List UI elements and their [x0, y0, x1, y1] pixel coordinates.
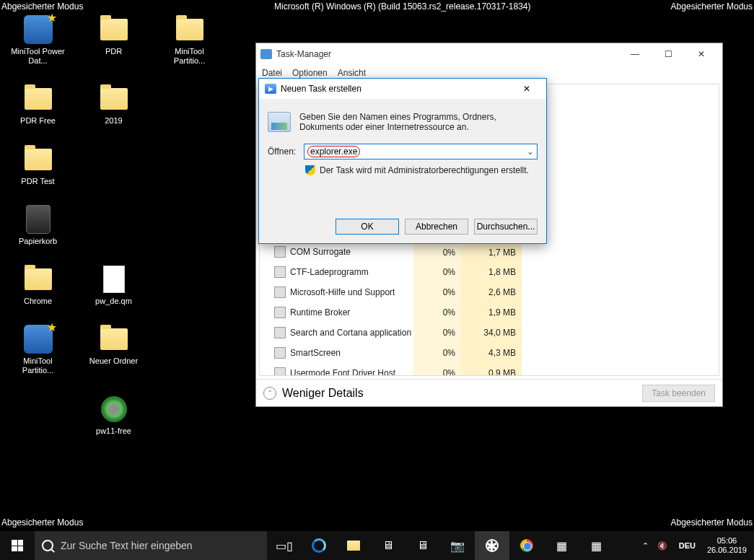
- process-cpu: 0%: [413, 302, 461, 323]
- close-icon[interactable]: ✕: [513, 79, 540, 98]
- process-name: CTF-Ladeprogramm: [290, 267, 369, 277]
- desktop-item-icon: [99, 264, 129, 294]
- desktop-icon[interactable]: Neuer Ordner: [87, 324, 141, 375]
- desktop-icon[interactable]: PDR Free: [11, 84, 65, 126]
- desktop-item-label: PDR: [105, 47, 122, 56]
- task-manager-icon: [260, 49, 272, 59]
- fewer-details-label[interactable]: Weniger Details: [282, 387, 364, 400]
- desktop-item-label: pw11-free: [96, 426, 131, 436]
- process-icon: [274, 246, 286, 258]
- desktop-icon[interactable]: 2019: [87, 84, 141, 126]
- build-label: Microsoft (R) Windows (R) (Build 15063.r…: [274, 1, 531, 12]
- task-manager-titlebar[interactable]: Task-Manager — ☐ ✕: [256, 43, 722, 65]
- run-dialog-title: Neuen Task erstellen: [281, 84, 361, 94]
- menu-file[interactable]: Datei: [262, 68, 282, 78]
- process-row[interactable]: Search and Cortana application0%34,0 MB: [260, 323, 719, 343]
- desktop-item-label: 2019: [105, 116, 122, 126]
- open-combobox[interactable]: explorer.exe ⌄: [304, 144, 538, 159]
- process-memory: 0,9 MB: [461, 363, 522, 376]
- process-cpu: 0%: [413, 242, 461, 262]
- minimize-button[interactable]: —: [618, 44, 652, 64]
- desktop-item-label: MiniTool Partitio...: [11, 356, 65, 375]
- search-placeholder: Zur Suche Text hier eingeben: [61, 540, 193, 551]
- process-row[interactable]: COM Surrogate0%1,7 MB: [260, 242, 719, 262]
- menu-view[interactable]: Ansicht: [338, 68, 366, 78]
- end-task-button[interactable]: Task beenden: [642, 385, 715, 402]
- app-icon-4[interactable]: ▦: [544, 531, 579, 560]
- desktop-item-label: Neuer Ordner: [89, 356, 138, 366]
- maximize-button[interactable]: ☐: [652, 44, 685, 64]
- tray-chevron-icon[interactable]: ⌃: [642, 541, 649, 551]
- run-dialog-titlebar[interactable]: ▶ Neuen Task erstellen ✕: [259, 79, 546, 99]
- desktop-icon[interactable]: PDR: [87, 14, 141, 66]
- desktop-icon[interactable]: MiniTool Power Dat...: [11, 14, 65, 66]
- process-cpu: 0%: [413, 363, 461, 376]
- desktop-item-icon: [99, 84, 129, 114]
- admin-note: Der Task wird mit Administratorberechtig…: [320, 165, 529, 175]
- language-indicator[interactable]: DEU: [676, 540, 698, 551]
- process-row[interactable]: Microsoft-Hilfe und Support0%2,6 MB: [260, 282, 719, 302]
- app-icon-3[interactable]: 📷: [440, 531, 475, 560]
- process-cpu: 0%: [413, 262, 461, 282]
- process-icon: [274, 266, 286, 278]
- file-explorer-icon[interactable]: [336, 531, 371, 560]
- chrome-icon[interactable]: [509, 531, 544, 560]
- process-icon: [274, 327, 286, 338]
- app-icon-2[interactable]: 🖥: [406, 531, 440, 560]
- process-name: SmartScreen: [290, 348, 341, 358]
- task-manager-title: Task-Manager: [276, 49, 331, 59]
- desktop: MiniTool Power Dat...PDRMiniTool Partiti…: [11, 14, 227, 454]
- process-name: Usermode Font Driver Host: [290, 368, 395, 376]
- ok-button[interactable]: OK: [336, 219, 399, 235]
- task-view-button[interactable]: ▭▯: [267, 531, 302, 560]
- desktop-item-label: PDR Test: [21, 177, 54, 186]
- process-name: Runtime Broker: [290, 307, 350, 318]
- menu-options[interactable]: Optionen: [292, 68, 328, 78]
- clock-date: 26.06.2019: [707, 546, 747, 555]
- desktop-icon[interactable]: pw11-free: [87, 394, 141, 436]
- process-row[interactable]: Usermode Font Driver Host0%0,9 MB: [260, 363, 719, 376]
- shield-icon: [305, 165, 315, 175]
- desktop-icon[interactable]: Papierkorb: [11, 204, 65, 246]
- start-button[interactable]: [0, 531, 35, 560]
- process-row[interactable]: CTF-Ladeprogramm0%1,8 MB: [260, 262, 719, 282]
- desktop-icon[interactable]: MiniTool Partitio...: [162, 14, 216, 66]
- process-row[interactable]: Runtime Broker0%1,9 MB: [260, 302, 719, 323]
- clock[interactable]: 05:06 26.06.2019: [707, 536, 747, 555]
- process-memory: 1,7 MB: [461, 242, 522, 262]
- desktop-item-icon: [175, 14, 205, 45]
- process-memory: 34,0 MB: [461, 323, 522, 343]
- safe-mode-label-bl: Abgesicherter Modus: [1, 517, 83, 528]
- process-icon: [274, 347, 286, 359]
- desktop-icon[interactable]: MiniTool Partitio...: [11, 324, 65, 375]
- collapse-details-icon[interactable]: ⌃: [263, 387, 276, 400]
- tray-volume-icon[interactable]: 🔇: [657, 541, 667, 551]
- open-label: Öffnen:: [268, 146, 298, 157]
- process-name: COM Surrogate: [290, 247, 351, 257]
- process-name: Search and Cortana application: [290, 328, 411, 338]
- process-icon: [274, 286, 286, 298]
- cancel-button[interactable]: Abbrechen: [405, 219, 468, 235]
- desktop-item-icon: [23, 204, 53, 235]
- browse-button[interactable]: Durchsuchen...: [474, 219, 538, 235]
- process-cpu: 0%: [413, 323, 461, 343]
- desktop-icon[interactable]: PDR Test: [11, 144, 65, 186]
- task-manager-taskbar-icon[interactable]: ▦: [579, 531, 613, 560]
- search-icon: [42, 540, 53, 551]
- close-button[interactable]: ✕: [685, 44, 718, 64]
- desktop-icon[interactable]: pw_de.qm: [87, 264, 141, 306]
- edge-icon[interactable]: [302, 531, 336, 560]
- desktop-item-icon: [99, 14, 129, 45]
- app-icon-1[interactable]: 🖥: [371, 531, 406, 560]
- safe-mode-label-tl: Abgesicherter Modus: [1, 1, 83, 12]
- system-tray: ⌃ 🔇 DEU 05:06 26.06.2019: [635, 536, 754, 555]
- desktop-item-icon: [23, 264, 53, 294]
- desktop-item-icon: [23, 84, 53, 114]
- settings-icon[interactable]: [475, 531, 509, 560]
- safe-mode-label-tr: Abgesicherter Modus: [671, 1, 753, 12]
- run-program-icon: [268, 112, 291, 132]
- desktop-icon[interactable]: Chrome: [11, 264, 65, 306]
- taskbar-search[interactable]: Zur Suche Text hier eingeben: [35, 531, 267, 560]
- process-row[interactable]: SmartScreen0%4,3 MB: [260, 343, 719, 363]
- chevron-down-icon[interactable]: ⌄: [527, 146, 534, 157]
